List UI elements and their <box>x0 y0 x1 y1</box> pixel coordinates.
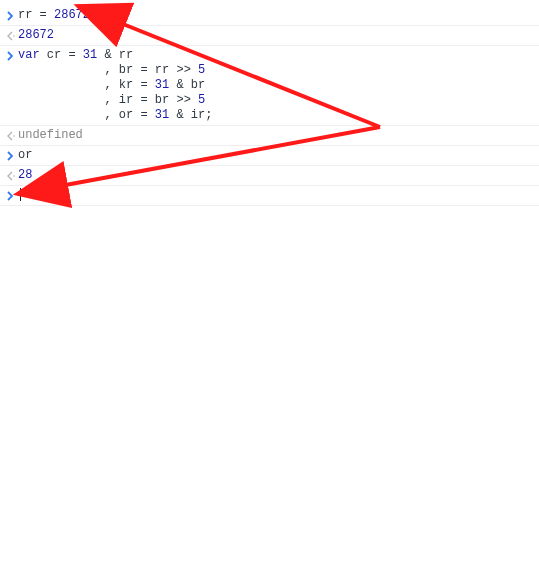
code-token: cr <box>47 48 69 62</box>
input-prompt-icon <box>4 148 18 163</box>
code-token: & <box>169 78 191 92</box>
svg-point-0 <box>13 35 15 37</box>
console-line-content: 28 <box>18 168 533 183</box>
code-token: = <box>140 63 154 77</box>
code-token: >> <box>176 93 198 107</box>
console-input-row[interactable] <box>0 186 539 206</box>
code-token: rr <box>155 63 177 77</box>
console-line-content: 28672 <box>18 28 533 43</box>
code-token: >> <box>176 63 198 77</box>
output-prompt-icon <box>4 168 18 183</box>
console-line-content <box>18 188 533 203</box>
code-token: & <box>97 48 119 62</box>
code-token: 31 <box>83 48 97 62</box>
console-input-row: rr = 28672 <box>0 6 539 26</box>
code-token: = <box>140 78 154 92</box>
code-token: undefined <box>18 128 83 142</box>
code-token: 31 <box>155 108 169 122</box>
code-token: , <box>18 63 119 77</box>
code-token: var <box>18 48 47 62</box>
svg-point-1 <box>13 135 15 137</box>
console-input-row: or <box>0 146 539 166</box>
code-token: = <box>140 108 154 122</box>
code-token: 5 <box>198 63 205 77</box>
code-token: or <box>119 108 141 122</box>
code-token: = <box>40 8 54 22</box>
code-token: = <box>68 48 82 62</box>
output-prompt-icon <box>4 28 18 43</box>
code-token: rr <box>18 8 40 22</box>
input-prompt-icon <box>4 48 18 63</box>
code-token: kr <box>119 78 141 92</box>
code-token: , <box>18 108 119 122</box>
console-line-content: undefined <box>18 128 533 143</box>
console-line-content: rr = 28672 <box>18 8 533 23</box>
console-output-row: 28672 <box>0 26 539 46</box>
console-panel[interactable]: rr = 2867228672var cr = 31 & rr , br = r… <box>0 0 539 206</box>
console-output-row: 28 <box>0 166 539 186</box>
code-token: ir <box>191 108 205 122</box>
code-token: ; <box>205 108 212 122</box>
text-cursor <box>20 188 21 201</box>
svg-point-2 <box>13 175 15 177</box>
input-prompt-icon <box>4 188 18 203</box>
console-input-row: var cr = 31 & rr , br = rr >> 5 , kr = 3… <box>0 46 539 126</box>
input-prompt-icon <box>4 8 18 23</box>
code-token: br <box>155 93 177 107</box>
code-token: 28672 <box>54 8 90 22</box>
console-line-content: or <box>18 148 533 163</box>
code-token: & <box>169 108 191 122</box>
code-token: ir <box>119 93 141 107</box>
code-token: rr <box>119 48 133 62</box>
code-token: 28 <box>18 168 32 182</box>
code-token: br <box>119 63 141 77</box>
code-token: br <box>191 78 205 92</box>
code-token: or <box>18 148 32 162</box>
code-token: = <box>140 93 154 107</box>
console-line-content: var cr = 31 & rr , br = rr >> 5 , kr = 3… <box>18 48 533 123</box>
code-token: , <box>18 78 119 92</box>
code-token: 31 <box>155 78 169 92</box>
code-token: , <box>18 93 119 107</box>
output-prompt-icon <box>4 128 18 143</box>
code-token: 5 <box>198 93 205 107</box>
console-output-row: undefined <box>0 126 539 146</box>
code-token: 28672 <box>18 28 54 42</box>
